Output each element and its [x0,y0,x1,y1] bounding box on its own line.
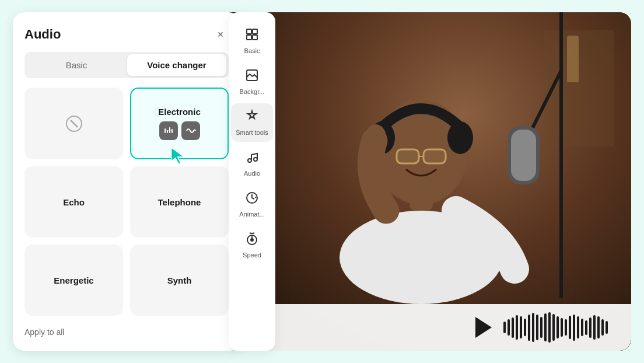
waveform-bar-item [512,317,514,338]
telephone-label: Telephone [158,197,201,207]
waveform-bar-item [548,312,551,343]
animate-label: Animat... [239,211,264,218]
tool-item-animate[interactable]: Animat... [231,185,273,224]
panel-title: Audio [24,27,61,42]
background-icon [245,68,259,86]
svg-rect-14 [511,130,536,181]
smart-tools-label: Smart tools [236,129,268,136]
tool-item-audio[interactable]: Audio [231,144,273,183]
audio-panel: Audio × Basic Voice changer Electronic [13,12,240,351]
svg-rect-24 [247,35,251,40]
waveform-bar-item [524,319,526,336]
speed-icon [245,232,259,249]
waveform-bar-item [606,321,608,334]
basic-label: Basic [244,47,260,54]
voice-grid: Electronic [24,88,229,316]
tool-item-speed[interactable]: Speed [231,226,273,264]
waveform-bar-item [556,316,559,338]
waveform-bar-item [508,319,510,336]
waveform-bar-item [589,317,592,338]
speed-label: Speed [243,252,261,259]
voice-cell-echo[interactable]: Echo [24,166,123,238]
animate-icon [245,191,259,208]
svg-rect-22 [247,29,251,34]
waveform-bar-item [528,315,530,341]
tab-switcher: Basic Voice changer [24,52,229,78]
basic-icon [245,27,259,45]
close-button[interactable]: × [212,26,229,43]
energetic-label: Energetic [54,275,93,285]
smart-tools-icon [245,109,259,127]
no-effect-icon [66,116,82,132]
tool-item-smart-tools[interactable]: Smart tools [231,103,273,142]
tool-item-basic[interactable]: Basic [231,22,273,60]
background-label: Backgr... [240,88,265,95]
svg-rect-25 [253,35,257,40]
svg-rect-18 [169,127,170,133]
play-button[interactable] [475,317,492,338]
waveform-bar-item [544,313,547,341]
svg-line-15 [71,120,78,127]
waveform-bar-item [577,316,579,338]
tool-item-background[interactable]: Backgr... [231,62,273,101]
svg-rect-9 [397,150,418,163]
waveform-bar-item [597,316,600,338]
waveform-bar-item [569,316,571,339]
waveform-bar-item [565,319,567,336]
waveform [503,316,608,339]
voice-cell-energetic[interactable]: Energetic [24,245,123,316]
waveform-bar-item [573,315,575,341]
tab-voice-changer[interactable]: Voice changer [127,54,226,76]
svg-rect-23 [253,29,257,34]
waveform-bar-item [593,315,596,340]
waveform-bar-item [585,320,587,335]
cursor-arrow [169,145,190,169]
eq-icon [159,121,178,140]
voice-cell-telephone[interactable]: Telephone [130,166,229,238]
tab-basic[interactable]: Basic [27,54,126,76]
wave-icon [181,121,200,140]
echo-label: Echo [63,197,85,207]
synth-label: Synth [167,275,192,285]
waveform-bar-item [581,319,583,336]
svg-rect-10 [424,150,445,163]
waveform-bar-item [520,316,522,338]
svg-marker-21 [171,148,184,165]
voice-cell-none[interactable] [24,88,123,159]
waveform-bar-item [552,314,555,341]
svg-point-31 [251,239,253,241]
panel-header: Audio × [24,26,229,43]
tools-sidebar: Basic Backgr... Smart tools [229,12,275,351]
waveform-bar-item [540,317,542,338]
voice-cell-electronic[interactable]: Electronic [130,88,229,159]
audio-icon [245,150,259,167]
svg-point-4 [447,121,473,154]
main-container: Audio × Basic Voice changer Electronic [13,12,631,351]
waveform-bar-item [503,322,506,333]
apply-all[interactable]: Apply to all [24,325,229,339]
waveform-bar-item [536,315,538,340]
waveform-bar-item [532,313,534,342]
waveform-bar-item [601,319,604,336]
audio-label: Audio [244,170,260,177]
svg-rect-19 [172,129,173,133]
svg-point-5 [365,124,386,150]
waveform-bar-item [561,318,563,337]
waveform-bar-item [516,315,518,340]
voice-cell-synth[interactable]: Synth [130,245,229,316]
electronic-label: Electronic [158,107,201,117]
electronic-icons [159,121,200,140]
